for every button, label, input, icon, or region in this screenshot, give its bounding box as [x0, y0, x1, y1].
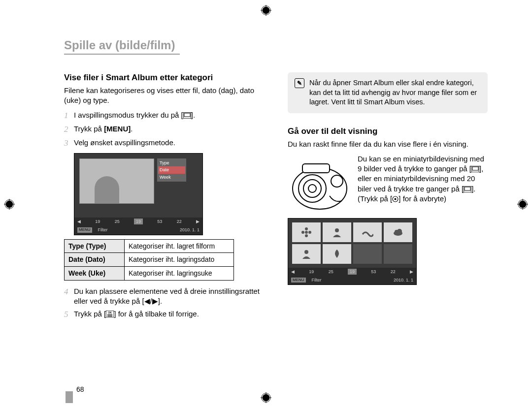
step-text: Trykk på [MENU]. — [74, 124, 264, 134]
svg-rect-32 — [465, 187, 470, 190]
record-dot-icon — [392, 196, 399, 202]
step-text: Du kan plassere elementene ved å dreie i… — [74, 286, 264, 307]
registration-mark-icon — [4, 199, 15, 210]
intro-text: Filene kan kategoriseres og vises etter … — [64, 86, 264, 106]
thumbnail-icon — [464, 186, 471, 192]
options-table: Type (Type)Kategoriser iht. lagret filfo… — [64, 239, 234, 281]
svg-point-38 — [301, 231, 304, 234]
step-number: 5 — [64, 309, 74, 320]
svg-point-43 — [397, 229, 402, 234]
intro-text: Du kan raskt finne filer da du kan vise … — [288, 139, 488, 149]
right-column: ✎ Når du åpner Smart Album eller skal en… — [288, 72, 488, 323]
svg-point-34 — [395, 198, 397, 200]
svg-point-40 — [335, 228, 339, 232]
left-column: Vise filer i Smart Album etter kategori … — [64, 72, 264, 323]
note-icon: ✎ — [295, 78, 304, 88]
step-text: I avspillingsmodus trykker du på []. — [74, 110, 264, 120]
leaf-icon — [331, 248, 343, 260]
registration-mark-icon — [517, 199, 528, 210]
step-number: 2 — [64, 124, 74, 135]
svg-rect-27 — [302, 164, 330, 173]
svg-point-37 — [305, 234, 308, 237]
ok-menu-icon: OK — [106, 311, 114, 317]
camera-screen-illustration: Type Date Week ◀ 19 25 19 53 22 ▶ MENU — [74, 153, 203, 235]
svg-point-36 — [305, 227, 308, 230]
flower-icon — [300, 226, 312, 238]
person-icon — [300, 248, 312, 260]
wave-icon — [362, 226, 373, 238]
svg-point-28 — [331, 175, 343, 187]
thumbnail-icon — [183, 112, 191, 119]
step-text: Velg ønsket avspillingsmetode. — [74, 138, 264, 148]
note-box: ✎ Når du åpner Smart Album eller skal en… — [288, 72, 488, 113]
svg-rect-30 — [472, 167, 478, 170]
svg-point-35 — [305, 231, 308, 234]
step-number: 4 — [64, 286, 74, 298]
svg-rect-17 — [184, 113, 190, 117]
registration-mark-icon — [261, 5, 271, 16]
registration-mark-icon — [261, 392, 271, 403]
thumbnail-icon — [471, 166, 479, 172]
chapter-title: Spille av (bilde/film) — [64, 38, 180, 55]
svg-text:OK: OK — [108, 311, 112, 314]
section-title: Gå over til delt visning — [288, 126, 488, 137]
split-view-text: Du kan se en miniatyrbildevisning med 9 … — [358, 154, 488, 213]
svg-point-39 — [308, 231, 311, 234]
person-icon — [331, 226, 343, 238]
note-text: Når du åpner Smart Album eller skal endr… — [309, 78, 481, 107]
menu-popup: Type Date Week — [157, 158, 186, 181]
page-tab — [66, 391, 73, 403]
camera-illustration — [288, 154, 352, 213]
svg-point-26 — [308, 185, 316, 192]
page-number: 68 — [76, 385, 84, 393]
svg-point-44 — [304, 250, 308, 254]
section-title: Vise filer i Smart Album etter kategori — [64, 72, 264, 84]
thumbnail-screen-illustration: ◀ 19 25 19 53 22 ▶ MENU Filter 2010. 1. … — [288, 218, 417, 285]
step-number: 1 — [64, 110, 74, 122]
step-text: Trykk på [OK] for å gå tilbake til forri… — [74, 309, 264, 319]
cloud-icon — [392, 226, 404, 238]
step-number: 3 — [64, 138, 74, 149]
